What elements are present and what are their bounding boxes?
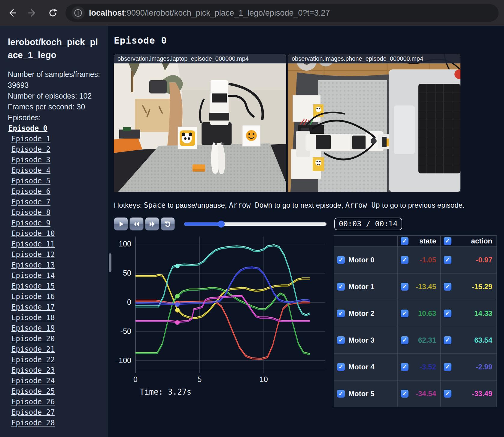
episode-link-episode-21[interactable]: Episode 21 xyxy=(11,345,55,353)
hotkeys-text: to go to next episode, xyxy=(272,201,345,209)
motor-chart[interactable]: -100-500501000510 xyxy=(114,234,331,385)
fast-forward-button[interactable] xyxy=(145,217,159,231)
seek-slider-thumb[interactable] xyxy=(218,221,225,228)
motor-table: ✓state✓action ✓Motor 0✓-1.05✓-0.97✓Motor… xyxy=(334,235,497,407)
motor-3-checkbox[interactable]: ✓ xyxy=(337,336,345,344)
episode-link-episode-5[interactable]: Episode 5 xyxy=(11,177,50,185)
motor-0-state-checkbox[interactable]: ✓ xyxy=(401,256,408,264)
scrollbar-thumb[interactable] xyxy=(109,253,111,272)
motor-1-state-value: -13.45 xyxy=(412,283,436,291)
motor-1-checkbox[interactable]: ✓ xyxy=(337,283,345,291)
svg-text:0: 0 xyxy=(133,375,138,384)
motor-2-state-value: 10.63 xyxy=(412,309,436,318)
motor-2-action-checkbox[interactable]: ✓ xyxy=(444,310,451,317)
motor-row-0: ✓Motor 0✓-1.05✓-0.97 xyxy=(334,247,497,274)
episode-link-episode-0[interactable]: Episode 0 xyxy=(8,124,47,133)
motor-2-state-checkbox[interactable]: ✓ xyxy=(401,310,408,317)
hotkey-name: Arrow Up xyxy=(345,201,380,209)
episode-link-episode-4[interactable]: Episode 4 xyxy=(11,166,50,175)
action-column-checkbox[interactable]: ✓ xyxy=(444,237,451,245)
episode-link-episode-8[interactable]: Episode 8 xyxy=(11,208,50,217)
episodes-label: Episodes: xyxy=(8,112,101,123)
motor-1-state-checkbox[interactable]: ✓ xyxy=(401,283,408,291)
dataset-title: lerobot/koch_pick_place_1_lego xyxy=(8,35,101,61)
motor-0-checkbox[interactable]: ✓ xyxy=(337,256,345,264)
episode-link-episode-28[interactable]: Episode 28 xyxy=(11,419,55,427)
svg-text:50: 50 xyxy=(123,269,131,277)
motor-row-3: ✓Motor 3✓62.31✓63.54 xyxy=(334,327,497,354)
episode-link-episode-11[interactable]: Episode 11 xyxy=(11,240,55,248)
episode-link-episode-18[interactable]: Episode 18 xyxy=(11,313,55,322)
motor-5-action-value: -33.49 xyxy=(455,390,492,398)
chart-wrap: -100-500501000510 Time: 3.27s xyxy=(114,234,331,407)
motor-1-label: Motor 1 xyxy=(348,283,375,291)
chart-time-label: Time: 3.27s xyxy=(140,387,331,396)
motor-table-body: ✓Motor 0✓-1.05✓-0.97✓Motor 1✓-13.45✓-15.… xyxy=(334,247,497,407)
url-bar[interactable]: localhost:9090/lerobot/koch_pick_place_1… xyxy=(65,4,499,22)
motor-5-state-checkbox[interactable]: ✓ xyxy=(401,390,408,398)
motor-table-head: ✓state✓action xyxy=(334,236,497,247)
motor-2-checkbox[interactable]: ✓ xyxy=(337,310,345,317)
phone-video[interactable]: observation.images.phone_episode_000000.… xyxy=(288,54,460,192)
page-title: Episode 0 xyxy=(114,35,504,46)
forward-icon[interactable] xyxy=(24,5,41,21)
motor-5-checkbox[interactable]: ✓ xyxy=(337,390,345,398)
episode-link-episode-17[interactable]: Episode 17 xyxy=(11,303,55,311)
episode-link-episode-1[interactable]: Episode 1 xyxy=(11,135,50,143)
phone-video-caption: observation.images.phone_episode_000000.… xyxy=(288,54,460,63)
svg-text:-50: -50 xyxy=(120,327,131,335)
hotkeys-line: Hotkeys: Space to pause/unpause, Arrow D… xyxy=(114,201,504,209)
episode-link-episode-2[interactable]: Episode 2 xyxy=(11,145,50,154)
episode-list: Episode 0Episode 1Episode 2Episode 3Epis… xyxy=(8,124,101,429)
fast-forward-icon xyxy=(148,220,156,228)
episode-link-episode-10[interactable]: Episode 10 xyxy=(11,229,55,238)
motor-4-state-checkbox[interactable]: ✓ xyxy=(401,363,408,371)
episode-link-episode-13[interactable]: Episode 13 xyxy=(11,261,55,269)
episode-link-episode-3[interactable]: Episode 3 xyxy=(11,156,50,164)
episode-link-episode-26[interactable]: Episode 26 xyxy=(11,398,55,406)
motor-row-5: ✓Motor 5✓-34.54✓-33.49 xyxy=(334,380,497,407)
video-row: observation.images.laptop_episode_000000… xyxy=(114,54,504,192)
episode-link-episode-20[interactable]: Episode 20 xyxy=(11,335,55,343)
episode-link-episode-23[interactable]: Episode 23 xyxy=(11,366,55,374)
episode-link-episode-9[interactable]: Episode 9 xyxy=(11,219,50,227)
motor-row-1: ✓Motor 1✓-13.45✓-15.29 xyxy=(334,274,497,300)
episode-link-episode-6[interactable]: Episode 6 xyxy=(11,187,50,196)
motor-1-action-checkbox[interactable]: ✓ xyxy=(444,283,451,291)
motor-3-action-checkbox[interactable]: ✓ xyxy=(444,336,451,344)
back-icon[interactable] xyxy=(4,5,20,21)
motor-4-checkbox[interactable]: ✓ xyxy=(337,363,345,371)
stat-episodes: Number of episodes: 102 xyxy=(8,90,101,101)
motor-4-action-checkbox[interactable]: ✓ xyxy=(444,363,451,371)
episode-link-episode-27[interactable]: Episode 27 xyxy=(11,408,55,417)
episode-link-episode-16[interactable]: Episode 16 xyxy=(11,292,55,301)
loop-button[interactable] xyxy=(161,217,175,231)
reload-icon[interactable] xyxy=(44,5,61,21)
motor-5-action-checkbox[interactable]: ✓ xyxy=(444,390,451,398)
motor-0-label: Motor 0 xyxy=(348,256,375,264)
laptop-video-frame xyxy=(114,54,286,192)
time-display: 00:03 / 00:14 xyxy=(334,218,402,230)
episode-link-episode-25[interactable]: Episode 25 xyxy=(11,387,55,396)
laptop-video[interactable]: observation.images.laptop_episode_000000… xyxy=(114,54,286,192)
episode-link-episode-12[interactable]: Episode 12 xyxy=(11,250,55,259)
play-button[interactable] xyxy=(114,217,128,231)
state-column-checkbox[interactable]: ✓ xyxy=(401,237,408,245)
svg-text:100: 100 xyxy=(119,240,131,248)
motor-0-action-checkbox[interactable]: ✓ xyxy=(444,256,451,264)
motor-5-label: Motor 5 xyxy=(348,390,375,398)
episode-link-episode-22[interactable]: Episode 22 xyxy=(11,356,55,364)
svg-text:5: 5 xyxy=(198,375,202,384)
episode-link-episode-15[interactable]: Episode 15 xyxy=(11,282,55,290)
episode-link-episode-24[interactable]: Episode 24 xyxy=(11,377,55,385)
site-info-icon[interactable] xyxy=(71,6,85,20)
seek-slider[interactable] xyxy=(184,222,326,226)
episode-link-episode-7[interactable]: Episode 7 xyxy=(11,198,50,206)
episode-link-episode-19[interactable]: Episode 19 xyxy=(11,324,55,332)
motor-3-state-checkbox[interactable]: ✓ xyxy=(401,336,408,344)
episode-link-episode-14[interactable]: Episode 14 xyxy=(11,271,55,280)
motor-1-action-value: -15.29 xyxy=(455,283,492,291)
action-col-header: ✓action xyxy=(441,236,497,247)
url-text: localhost:9090/lerobot/koch_pick_place_1… xyxy=(89,8,330,18)
rewind-button[interactable] xyxy=(129,217,144,231)
